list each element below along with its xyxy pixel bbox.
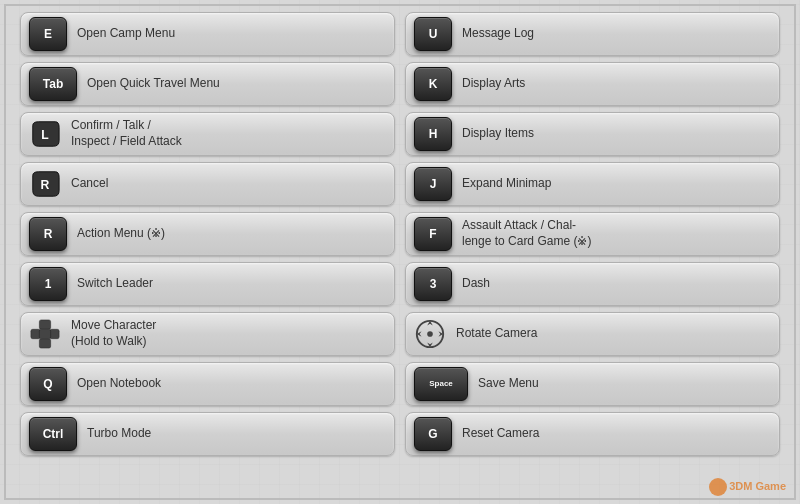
keybind-row: TabOpen Quick Travel Menu <box>20 62 395 106</box>
key-badge: Ctrl <box>29 417 77 451</box>
svg-text:L: L <box>41 128 49 142</box>
keybind-row: CtrlTurbo Mode <box>20 412 395 456</box>
keybind-row: Rotate Camera <box>405 312 780 356</box>
action-label: Expand Minimap <box>462 176 551 192</box>
keybind-row: JExpand Minimap <box>405 162 780 206</box>
key-text: H <box>429 128 438 140</box>
key-badge: K <box>414 67 452 101</box>
keybind-row: LConfirm / Talk / Inspect / Field Attack <box>20 112 395 156</box>
keybind-row: SpaceSave Menu <box>405 362 780 406</box>
action-label: Rotate Camera <box>456 326 537 342</box>
keybind-row: RCancel <box>20 162 395 206</box>
key-text: Q <box>43 378 52 390</box>
key-text: G <box>428 428 437 440</box>
keybind-row: QOpen Notebook <box>20 362 395 406</box>
crosshair-icon <box>414 318 446 350</box>
action-label: Dash <box>462 276 490 292</box>
key-text: E <box>44 28 52 40</box>
key-badge: F <box>414 217 452 251</box>
watermark: 3DM Game <box>709 478 786 496</box>
action-label: Cancel <box>71 176 108 192</box>
key-badge: Space <box>414 367 468 401</box>
action-label: Message Log <box>462 26 534 42</box>
keybind-row: FAssault Attack / Chal- lenge to Card Ga… <box>405 212 780 256</box>
dpad-icon <box>29 318 61 350</box>
key-badge: H <box>414 117 452 151</box>
action-label: Assault Attack / Chal- lenge to Card Gam… <box>462 218 591 249</box>
keybind-row: Move Character (Hold to Walk) <box>20 312 395 356</box>
key-text: Ctrl <box>43 428 64 440</box>
key-text: Tab <box>43 78 63 90</box>
key-badge: E <box>29 17 67 51</box>
key-badge: Tab <box>29 67 77 101</box>
key-text: K <box>429 78 438 90</box>
action-label: Reset Camera <box>462 426 539 442</box>
action-label: Open Notebook <box>77 376 161 392</box>
keybind-row: GReset Camera <box>405 412 780 456</box>
key-text: U <box>429 28 438 40</box>
svg-rect-6 <box>39 329 50 338</box>
key-badge: U <box>414 17 452 51</box>
key-text: 1 <box>45 278 52 290</box>
key-badge: G <box>414 417 452 451</box>
svg-rect-4 <box>31 329 40 338</box>
key-text: F <box>429 228 436 240</box>
keybind-row: HDisplay Items <box>405 112 780 156</box>
action-label: Turbo Mode <box>87 426 151 442</box>
key-text: J <box>430 178 437 190</box>
svg-rect-5 <box>50 329 59 338</box>
keybind-row: RAction Menu (※) <box>20 212 395 256</box>
key-badge: J <box>414 167 452 201</box>
action-label: Move Character (Hold to Walk) <box>71 318 156 349</box>
key-text: Space <box>429 380 453 388</box>
key-badge: 1 <box>29 267 67 301</box>
action-label: Save Menu <box>478 376 539 392</box>
keybind-row: KDisplay Arts <box>405 62 780 106</box>
key-text: 3 <box>430 278 437 290</box>
key-badge: Q <box>29 367 67 401</box>
right-column: UMessage LogKDisplay ArtsHDisplay ItemsJ… <box>405 12 780 492</box>
key-badge: R <box>29 217 67 251</box>
trigger-l-icon: L <box>29 118 61 150</box>
svg-point-8 <box>427 331 433 337</box>
keybind-row: EOpen Camp Menu <box>20 12 395 56</box>
keybind-row: 3Dash <box>405 262 780 306</box>
key-badge: 3 <box>414 267 452 301</box>
svg-rect-3 <box>39 339 50 348</box>
keybind-row: UMessage Log <box>405 12 780 56</box>
svg-text:R: R <box>41 178 50 192</box>
trigger-r-icon: R <box>29 168 61 200</box>
action-label: Switch Leader <box>77 276 153 292</box>
action-label: Display Arts <box>462 76 525 92</box>
action-label: Open Quick Travel Menu <box>87 76 220 92</box>
keybind-row: 1Switch Leader <box>20 262 395 306</box>
action-label: Confirm / Talk / Inspect / Field Attack <box>71 118 182 149</box>
action-label: Open Camp Menu <box>77 26 175 42</box>
action-label: Display Items <box>462 126 534 142</box>
key-text: R <box>44 228 53 240</box>
svg-rect-2 <box>39 320 50 329</box>
left-column: EOpen Camp MenuTabOpen Quick Travel Menu… <box>20 12 395 492</box>
action-label: Action Menu (※) <box>77 226 165 242</box>
